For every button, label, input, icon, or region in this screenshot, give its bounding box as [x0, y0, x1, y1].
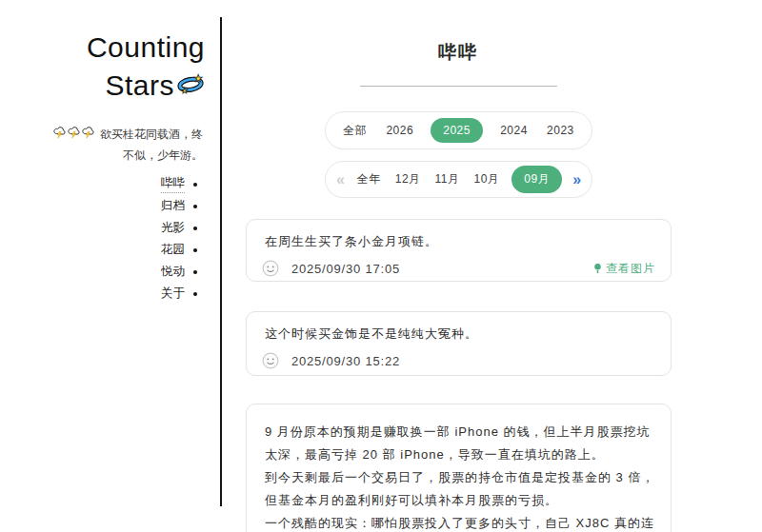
- post-card: 在周生生买了条小金月项链。 2025/09/30 17:05 查看图片: [246, 219, 672, 282]
- page-title: 哔哔: [221, 40, 695, 65]
- nav-bullet: [193, 292, 197, 296]
- prev-page-icon[interactable]: «: [336, 172, 345, 187]
- nav-bullet: [193, 183, 197, 187]
- site-title[interactable]: Counting Stars ★ ★: [0, 29, 205, 105]
- image-pin-icon: [593, 263, 602, 275]
- dizzy-star-icon: ★ ★: [176, 67, 205, 105]
- sidebar-item-archive[interactable]: 归档: [0, 195, 205, 217]
- year-tab-2024[interactable]: 2024: [498, 120, 530, 141]
- post-card: 9 月份原本的预期是赚取换一部 iPhone 的钱，但上半月股票挖坑太深，最高亏…: [246, 404, 672, 532]
- nav-bullet: [193, 227, 197, 230]
- month-tab-all[interactable]: 全年: [355, 167, 383, 191]
- nav-bullet: [193, 248, 197, 252]
- smiley-icon: [262, 352, 279, 369]
- year-tab-2025[interactable]: 2025: [431, 118, 483, 143]
- post-paragraph: 到今天剩最后一个交易日了，股票的持仓市值是定投基金的 3 倍，但基金本月的盈利刚…: [265, 466, 655, 512]
- sidebar-divider: [220, 17, 222, 506]
- year-tab-2023[interactable]: 2023: [545, 120, 576, 141]
- sidebar-item-sports[interactable]: 悦动: [0, 261, 205, 283]
- nav-bullet: [193, 270, 197, 274]
- site-title-line2: Stars: [105, 67, 174, 105]
- site-motto: 欲买桂花同载酒，终 不似，少年游。: [0, 124, 203, 166]
- sidebar-nav: 哔哔 归档 光影 花园 悦动 关于: [0, 173, 205, 305]
- year-filter: 全部 2026 2025 2024 2023: [325, 111, 592, 149]
- svg-text:★: ★: [193, 72, 203, 84]
- smiley-icon: [262, 260, 279, 277]
- next-page-icon[interactable]: »: [572, 172, 581, 187]
- cloud-lightning-icons: [52, 127, 95, 140]
- nav-label: 花园: [161, 242, 185, 259]
- post-text: 这个时候买金饰是不是纯纯大冤种。: [265, 325, 655, 344]
- view-image-link[interactable]: 查看图片: [593, 261, 655, 277]
- post-timestamp: 2025/09/30 15:22: [291, 354, 400, 368]
- view-image-label: 查看图片: [606, 261, 655, 277]
- nav-label: 哔哔: [161, 175, 185, 193]
- nav-label: 悦动: [161, 264, 185, 281]
- month-filter: « 全年 12月 11月 10月 09月 »: [325, 161, 592, 198]
- post-paragraph: 一个残酷的现实：哪怕股票投入了更多的头寸，自己 XJ8C 真的连基金都跑不赢，甚…: [265, 512, 655, 532]
- nav-label: 归档: [161, 198, 185, 215]
- motto-line1: 欲买桂花同载酒，终: [100, 128, 203, 141]
- post-card: 这个时候买金饰是不是纯纯大冤种。 2025/09/30 15:22: [246, 311, 672, 376]
- sidebar-item-bibi[interactable]: 哔哔: [0, 173, 205, 195]
- month-tab-09[interactable]: 09月: [511, 166, 562, 193]
- month-tab-11[interactable]: 11月: [433, 167, 462, 191]
- year-tab-all[interactable]: 全部: [341, 119, 369, 143]
- sidebar-item-garden[interactable]: 花园: [0, 239, 205, 261]
- year-tab-2026[interactable]: 2026: [384, 120, 415, 141]
- post-text: 在周生生买了条小金月项链。: [265, 232, 655, 251]
- nav-label: 关于: [161, 286, 185, 303]
- sidebar-item-photos[interactable]: 光影: [0, 217, 205, 239]
- motto-line2: 不似，少年游。: [0, 145, 203, 166]
- svg-text:★: ★: [181, 86, 189, 95]
- post-timestamp: 2025/09/30 17:05: [291, 262, 400, 276]
- site-title-line1: Counting: [0, 29, 205, 67]
- month-tab-10[interactable]: 10月: [472, 167, 502, 191]
- month-tab-12[interactable]: 12月: [393, 167, 423, 191]
- title-divider: [360, 86, 557, 87]
- sidebar-item-about[interactable]: 关于: [0, 283, 205, 305]
- nav-label: 光影: [161, 220, 185, 237]
- nav-bullet: [193, 205, 197, 208]
- post-paragraph: 9 月份原本的预期是赚取换一部 iPhone 的钱，但上半月股票挖坑太深，最高亏…: [265, 421, 655, 466]
